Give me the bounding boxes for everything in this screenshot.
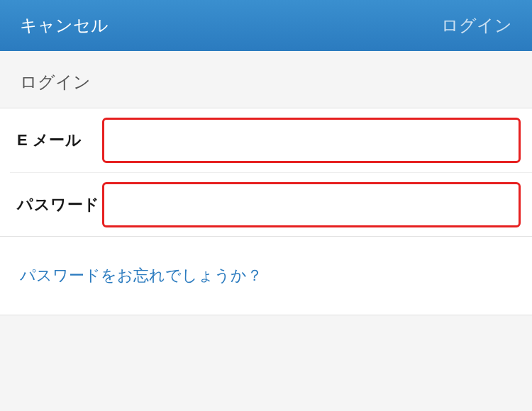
login-button[interactable]: ログイン — [441, 14, 512, 37]
page-title: ログイン — [20, 71, 512, 94]
section-header: ログイン — [0, 51, 532, 108]
password-row: パスワード — [10, 172, 532, 236]
navbar: キャンセル ログイン — [0, 0, 532, 51]
empty-space — [0, 315, 532, 411]
email-label: E メール — [17, 130, 102, 151]
password-field[interactable] — [102, 182, 521, 227]
email-field[interactable] — [102, 118, 521, 163]
cancel-button[interactable]: キャンセル — [20, 14, 109, 37]
forgot-password-link[interactable]: パスワードをお忘れでしょうか？ — [20, 266, 262, 284]
forgot-password-section: パスワードをお忘れでしょうか？ — [0, 237, 532, 315]
email-row: E メール — [0, 108, 532, 172]
login-form: E メール パスワード — [0, 108, 532, 237]
password-label: パスワード — [17, 194, 102, 215]
